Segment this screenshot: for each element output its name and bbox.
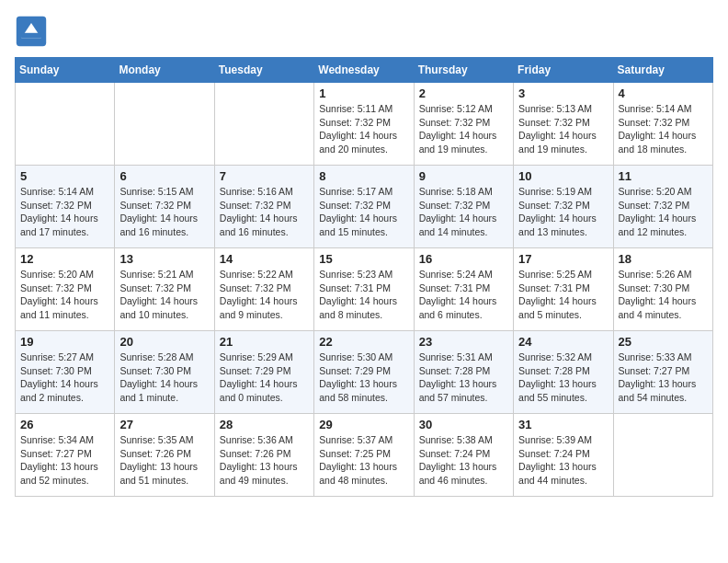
calendar-day-cell (16, 83, 115, 166)
calendar-day-cell: 22Sunrise: 5:30 AMSunset: 7:29 PMDayligh… (314, 331, 414, 414)
calendar-day-cell: 17Sunrise: 5:25 AMSunset: 7:31 PMDayligh… (514, 248, 613, 331)
calendar-day-cell: 31Sunrise: 5:39 AMSunset: 7:24 PMDayligh… (514, 414, 613, 497)
day-number: 20 (119, 335, 209, 349)
day-info: Sunrise: 5:25 AMSunset: 7:31 PMDaylight:… (518, 268, 608, 322)
calendar-day-cell: 10Sunrise: 5:19 AMSunset: 7:32 PMDayligh… (514, 166, 613, 248)
day-number: 16 (419, 252, 508, 266)
day-info: Sunrise: 5:38 AMSunset: 7:24 PMDaylight:… (419, 433, 508, 488)
calendar-day-cell: 5Sunrise: 5:14 AMSunset: 7:32 PMDaylight… (16, 166, 115, 248)
calendar-day-cell: 25Sunrise: 5:33 AMSunset: 7:27 PMDayligh… (613, 331, 712, 414)
header-row: SundayMondayTuesdayWednesdayThursdayFrid… (16, 58, 713, 83)
day-number: 8 (319, 169, 408, 183)
calendar-day-cell: 2Sunrise: 5:12 AMSunset: 7:32 PMDaylight… (414, 83, 513, 166)
day-info: Sunrise: 5:27 AMSunset: 7:30 PMDaylight:… (20, 350, 109, 405)
day-number: 7 (220, 169, 309, 183)
page-header (15, 15, 713, 48)
logo (15, 15, 51, 48)
day-number: 17 (518, 252, 608, 266)
header-day: Wednesday (314, 58, 414, 83)
day-info: Sunrise: 5:11 AMSunset: 7:32 PMDaylight:… (319, 102, 408, 156)
calendar-day-cell: 28Sunrise: 5:36 AMSunset: 7:26 PMDayligh… (214, 414, 313, 497)
day-number: 25 (619, 335, 708, 349)
calendar-week-row: 1Sunrise: 5:11 AMSunset: 7:32 PMDaylight… (16, 83, 713, 166)
day-number: 3 (518, 86, 608, 100)
day-info: Sunrise: 5:30 AMSunset: 7:29 PMDaylight:… (319, 350, 408, 405)
header-day: Sunday (16, 58, 115, 83)
calendar-day-cell: 15Sunrise: 5:23 AMSunset: 7:31 PMDayligh… (314, 248, 414, 331)
day-info: Sunrise: 5:21 AMSunset: 7:32 PMDaylight:… (119, 268, 209, 322)
day-info: Sunrise: 5:14 AMSunset: 7:32 PMDaylight:… (20, 185, 109, 239)
day-number: 24 (518, 335, 608, 349)
day-info: Sunrise: 5:36 AMSunset: 7:26 PMDaylight:… (220, 433, 309, 488)
day-info: Sunrise: 5:26 AMSunset: 7:30 PMDaylight:… (619, 268, 708, 322)
calendar-day-cell: 26Sunrise: 5:34 AMSunset: 7:27 PMDayligh… (16, 414, 115, 497)
calendar-day-cell: 27Sunrise: 5:35 AMSunset: 7:26 PMDayligh… (115, 414, 214, 497)
day-info: Sunrise: 5:24 AMSunset: 7:31 PMDaylight:… (419, 268, 508, 322)
header-day: Monday (115, 58, 214, 83)
calendar-day-cell (115, 83, 214, 166)
day-info: Sunrise: 5:37 AMSunset: 7:25 PMDaylight:… (319, 433, 408, 488)
calendar-day-cell: 6Sunrise: 5:15 AMSunset: 7:32 PMDaylight… (115, 166, 214, 248)
calendar-body: 1Sunrise: 5:11 AMSunset: 7:32 PMDaylight… (16, 83, 713, 497)
calendar-day-cell: 1Sunrise: 5:11 AMSunset: 7:32 PMDaylight… (314, 83, 414, 166)
header-day: Saturday (613, 58, 712, 83)
day-number: 27 (119, 418, 209, 431)
day-number: 5 (20, 169, 109, 183)
calendar-day-cell: 14Sunrise: 5:22 AMSunset: 7:32 PMDayligh… (214, 248, 313, 331)
calendar-day-cell: 12Sunrise: 5:20 AMSunset: 7:32 PMDayligh… (16, 248, 115, 331)
calendar-table: SundayMondayTuesdayWednesdayThursdayFrid… (15, 57, 713, 497)
calendar-day-cell: 9Sunrise: 5:18 AMSunset: 7:32 PMDaylight… (414, 166, 513, 248)
calendar-day-cell: 8Sunrise: 5:17 AMSunset: 7:32 PMDaylight… (314, 166, 414, 248)
day-number: 18 (619, 252, 708, 266)
calendar-day-cell: 11Sunrise: 5:20 AMSunset: 7:32 PMDayligh… (613, 166, 712, 248)
day-number: 30 (419, 418, 508, 431)
day-number: 1 (319, 86, 408, 100)
calendar-day-cell: 29Sunrise: 5:37 AMSunset: 7:25 PMDayligh… (314, 414, 414, 497)
calendar-day-cell: 19Sunrise: 5:27 AMSunset: 7:30 PMDayligh… (16, 331, 115, 414)
day-number: 12 (20, 252, 109, 266)
calendar-week-row: 12Sunrise: 5:20 AMSunset: 7:32 PMDayligh… (16, 248, 713, 331)
calendar-day-cell: 3Sunrise: 5:13 AMSunset: 7:32 PMDaylight… (514, 83, 613, 166)
calendar-day-cell: 4Sunrise: 5:14 AMSunset: 7:32 PMDaylight… (613, 83, 712, 166)
day-info: Sunrise: 5:32 AMSunset: 7:28 PMDaylight:… (518, 350, 608, 405)
day-info: Sunrise: 5:18 AMSunset: 7:32 PMDaylight:… (419, 185, 508, 239)
calendar-week-row: 5Sunrise: 5:14 AMSunset: 7:32 PMDaylight… (16, 166, 713, 248)
svg-rect-2 (21, 33, 41, 38)
day-info: Sunrise: 5:35 AMSunset: 7:26 PMDaylight:… (119, 433, 209, 488)
day-info: Sunrise: 5:33 AMSunset: 7:27 PMDaylight:… (619, 350, 708, 405)
calendar-day-cell (214, 83, 313, 166)
day-number: 15 (319, 252, 408, 266)
logo-icon (15, 15, 48, 48)
day-number: 26 (20, 418, 109, 431)
day-number: 22 (319, 335, 408, 349)
calendar-day-cell: 20Sunrise: 5:28 AMSunset: 7:30 PMDayligh… (115, 331, 214, 414)
calendar-day-cell: 30Sunrise: 5:38 AMSunset: 7:24 PMDayligh… (414, 414, 513, 497)
calendar-day-cell: 18Sunrise: 5:26 AMSunset: 7:30 PMDayligh… (613, 248, 712, 331)
calendar-week-row: 19Sunrise: 5:27 AMSunset: 7:30 PMDayligh… (16, 331, 713, 414)
day-number: 14 (220, 252, 309, 266)
day-number: 31 (518, 418, 608, 431)
day-number: 6 (119, 169, 209, 183)
day-number: 4 (619, 86, 708, 100)
calendar-day-cell (613, 414, 712, 497)
day-number: 9 (419, 169, 508, 183)
calendar-day-cell: 16Sunrise: 5:24 AMSunset: 7:31 PMDayligh… (414, 248, 513, 331)
day-info: Sunrise: 5:28 AMSunset: 7:30 PMDaylight:… (119, 350, 209, 405)
day-info: Sunrise: 5:17 AMSunset: 7:32 PMDaylight:… (319, 185, 408, 239)
day-info: Sunrise: 5:20 AMSunset: 7:32 PMDaylight:… (20, 268, 109, 322)
day-info: Sunrise: 5:20 AMSunset: 7:32 PMDaylight:… (619, 185, 708, 239)
calendar-day-cell: 21Sunrise: 5:29 AMSunset: 7:29 PMDayligh… (214, 331, 313, 414)
day-number: 19 (20, 335, 109, 349)
day-number: 23 (419, 335, 508, 349)
day-info: Sunrise: 5:34 AMSunset: 7:27 PMDaylight:… (20, 433, 109, 488)
day-number: 29 (319, 418, 408, 431)
calendar-day-cell: 24Sunrise: 5:32 AMSunset: 7:28 PMDayligh… (514, 331, 613, 414)
calendar-day-cell: 13Sunrise: 5:21 AMSunset: 7:32 PMDayligh… (115, 248, 214, 331)
day-number: 28 (220, 418, 309, 431)
day-info: Sunrise: 5:39 AMSunset: 7:24 PMDaylight:… (518, 433, 608, 488)
day-info: Sunrise: 5:29 AMSunset: 7:29 PMDaylight:… (220, 350, 309, 405)
day-info: Sunrise: 5:13 AMSunset: 7:32 PMDaylight:… (518, 102, 608, 156)
day-number: 10 (518, 169, 608, 183)
day-info: Sunrise: 5:19 AMSunset: 7:32 PMDaylight:… (518, 185, 608, 239)
calendar-week-row: 26Sunrise: 5:34 AMSunset: 7:27 PMDayligh… (16, 414, 713, 497)
